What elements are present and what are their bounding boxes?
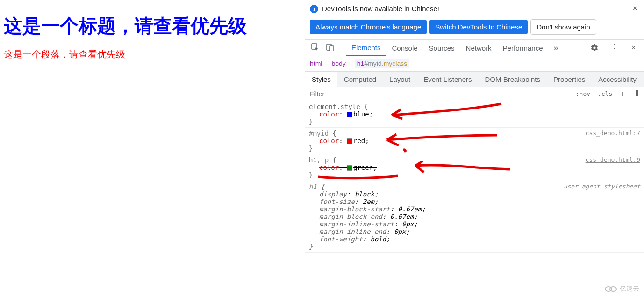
page-heading: 这是一个标题，请查看优先级	[4, 13, 301, 39]
watermark: 亿速云	[605, 285, 639, 293]
inspect-icon[interactable]	[311, 43, 320, 52]
svg-rect-4	[636, 90, 638, 96]
subtab-props[interactable]: Properties	[547, 72, 592, 87]
subtab-listeners[interactable]: Event Listeners	[417, 72, 478, 87]
close-icon[interactable]: ×	[630, 4, 639, 14]
css-rule[interactable]: #myid {css_demo.html:7 color: red; }	[305, 128, 644, 154]
devtools-panel: i DevTools is now available in Chinese! …	[305, 0, 644, 297]
dont-show-button[interactable]: Don't show again	[530, 19, 596, 35]
source-link[interactable]: css_demo.html:7	[586, 130, 640, 137]
device-toggle-icon[interactable]	[326, 43, 335, 52]
subtab-layout[interactable]: Layout	[383, 72, 417, 87]
filter-input[interactable]	[305, 88, 574, 100]
svg-point-6	[610, 287, 616, 291]
ua-stylesheet-label: user agent stylesheet	[564, 183, 640, 190]
page-paragraph: 这是一个段落，请查看优先级	[4, 48, 301, 61]
svg-rect-2	[330, 46, 334, 51]
styles-pane: element.style { color: blue; } #myid {cs…	[305, 101, 644, 297]
subtab-styles[interactable]: Styles	[305, 72, 337, 87]
computed-sidebar-icon[interactable]	[630, 89, 640, 99]
breadcrumb-selected[interactable]: h1#myid.myclass	[355, 59, 409, 68]
cls-toggle[interactable]: .cls	[596, 89, 614, 98]
subtab-a11y[interactable]: Accessibility	[592, 72, 643, 87]
breadcrumb: html body h1#myid.myclass	[305, 56, 644, 71]
css-rule[interactable]: element.style { color: blue; }	[305, 101, 644, 128]
gear-icon[interactable]	[590, 43, 599, 52]
close-devtools-icon[interactable]: ×	[629, 43, 638, 52]
new-rule-icon[interactable]: +	[618, 88, 626, 99]
tab-sources[interactable]: Sources	[423, 40, 460, 56]
subtab-dombp[interactable]: DOM Breakpoints	[479, 72, 547, 87]
breadcrumb-body[interactable]: body	[331, 60, 345, 67]
match-language-button[interactable]: Always match Chrome's language	[310, 20, 427, 34]
tab-performance[interactable]: Performance	[497, 40, 549, 56]
info-icon: i	[310, 5, 318, 13]
source-link[interactable]: css_demo.html:9	[586, 156, 640, 164]
tab-network[interactable]: Network	[460, 40, 497, 56]
tab-console[interactable]: Console	[386, 40, 423, 56]
breadcrumb-html[interactable]: html	[310, 60, 322, 67]
banner-text: DevTools is now available in Chinese!	[322, 5, 439, 13]
hov-toggle[interactable]: :hov	[574, 89, 592, 98]
switch-chinese-button[interactable]: Switch DevTools to Chinese	[429, 20, 528, 34]
more-tabs-icon[interactable]: »	[551, 43, 561, 52]
tab-elements[interactable]: Elements	[346, 40, 386, 56]
kebab-icon[interactable]: ⋮	[609, 43, 619, 52]
css-rule[interactable]: h1 {user agent stylesheet display: block…	[305, 181, 644, 253]
css-rule[interactable]: h1, p {css_demo.html:9 color: green; }	[305, 154, 644, 181]
subtab-computed[interactable]: Computed	[337, 72, 383, 87]
